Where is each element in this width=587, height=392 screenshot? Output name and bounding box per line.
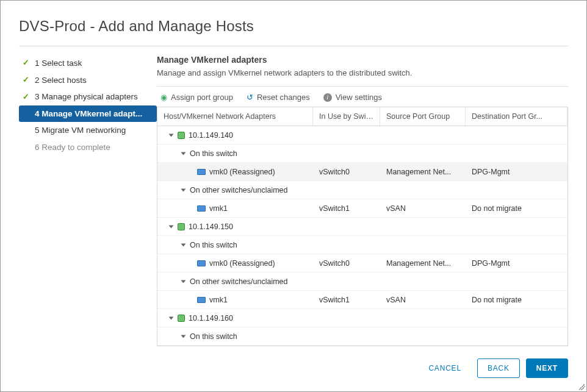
wizard-steps: ✓1 Select task✓2 Select hosts✓3 Manage p…	[19, 55, 157, 346]
footer-buttons: CANCEL BACK NEXT	[419, 358, 568, 378]
cell-c2	[313, 132, 380, 139]
expand-icon[interactable]	[169, 317, 174, 320]
expand-icon[interactable]	[181, 335, 186, 338]
cell-name: On this switch	[157, 237, 313, 253]
cell-c3: Management Net...	[380, 255, 466, 271]
host-row[interactable]: 10.1.149.160	[157, 309, 567, 327]
cell-c3	[380, 278, 466, 285]
col-dest-pg[interactable]: Destination Port Gr...	[466, 107, 567, 126]
adapter-row[interactable]: vmk0 (Reassigned)vSwitch0Management Net.…	[157, 163, 567, 181]
cell-c3	[380, 132, 466, 139]
step-label: 5 Migrate VM networking	[35, 124, 126, 137]
step-label: 3 Manage physical adapters	[35, 90, 138, 104]
wizard-step-6[interactable]: 6 Ready to complete	[19, 139, 157, 156]
group-row[interactable]: On other switches/unclaimed	[157, 273, 567, 291]
group-row[interactable]: On other switches/unclaimed	[157, 181, 567, 199]
cell-c3	[380, 223, 466, 230]
cell-name: vmk0 (Reassigned)	[157, 164, 313, 180]
cell-c4	[466, 315, 567, 322]
cell-c2	[313, 150, 380, 157]
reset-changes-button[interactable]: ↺ Reset changes	[247, 93, 310, 102]
cell-c2	[313, 223, 380, 230]
panel-heading: Manage VMkernel adapters	[157, 55, 568, 65]
group-row[interactable]: On this switch	[157, 144, 567, 163]
host-icon	[178, 315, 185, 322]
cell-c4	[466, 150, 567, 157]
row-label: vmk1	[209, 204, 228, 213]
assign-icon: ◉	[160, 93, 167, 102]
adapter-row[interactable]: vmk1vSwitch1vSANDo not migrate	[157, 291, 567, 309]
cell-name: 10.1.149.160	[157, 310, 313, 326]
divider	[19, 46, 568, 46]
cell-name: On other switches/unclaimed	[157, 274, 313, 290]
adapters-grid: Host/VMkernel Network Adapters In Use by…	[157, 107, 568, 346]
cancel-button[interactable]: CANCEL	[419, 358, 470, 378]
row-label: 10.1.149.160	[189, 314, 233, 323]
col-in-use[interactable]: In Use by Switch	[313, 107, 380, 126]
cell-c2: vSwitch1	[313, 292, 380, 308]
cell-c3	[380, 333, 466, 340]
adapter-row[interactable]: vmk1vSwitch1vSANDo not migrate	[157, 199, 567, 218]
host-row[interactable]: 10.1.149.140	[157, 126, 567, 144]
cell-c4	[466, 241, 567, 249]
info-icon: i	[323, 93, 332, 102]
row-label: On this switch	[190, 149, 237, 158]
step-label: 6 Ready to complete	[35, 141, 110, 154]
expand-icon[interactable]	[169, 226, 174, 229]
cell-c2: vSwitch1	[313, 201, 380, 216]
cell-c4	[466, 333, 567, 340]
col-source-pg[interactable]: Source Port Group	[380, 107, 466, 126]
cell-name: On other switches/unclaimed	[157, 182, 313, 198]
row-label: vmk0 (Reassigned)	[209, 259, 275, 268]
reset-label: Reset changes	[257, 93, 310, 102]
expand-icon[interactable]	[181, 189, 186, 192]
expand-icon[interactable]	[169, 134, 174, 137]
cell-name: 10.1.149.150	[157, 219, 313, 235]
col-adapters[interactable]: Host/VMkernel Network Adapters	[157, 107, 313, 126]
cell-c2: vSwitch0	[313, 255, 380, 271]
checkmark-icon: ✓	[23, 57, 31, 69]
row-label: 10.1.149.140	[189, 131, 233, 140]
cell-name: vmk1	[157, 292, 313, 308]
view-settings-button[interactable]: i View settings	[323, 93, 382, 102]
panel-subtitle: Manage and assign VMkernel network adapt…	[157, 68, 568, 77]
cell-c4: DPG-Mgmt	[466, 255, 567, 271]
resize-handle-icon[interactable]	[579, 384, 585, 390]
wizard-step-3[interactable]: ✓3 Manage physical adapters	[19, 88, 157, 105]
view-label: View settings	[336, 93, 382, 102]
next-button[interactable]: NEXT	[526, 358, 568, 378]
cell-c4	[466, 278, 567, 285]
cell-c3	[380, 315, 466, 322]
assign-label: Assign port group	[171, 93, 233, 102]
row-label: On this switch	[190, 241, 237, 249]
dialog-title: DVS-Prod - Add and Manage Hosts	[19, 18, 568, 35]
wizard-step-1[interactable]: ✓1 Select task	[19, 55, 157, 72]
divider	[157, 86, 568, 87]
grid-header: Host/VMkernel Network Adapters In Use by…	[157, 107, 567, 126]
wizard-step-4[interactable]: 4 Manage VMkernel adapt...	[19, 105, 157, 123]
grid-body[interactable]: 10.1.149.140On this switchvmk0 (Reassign…	[157, 126, 567, 346]
row-label: On this switch	[190, 332, 237, 341]
step-label: 2 Select hosts	[35, 74, 87, 87]
group-row[interactable]: On this switch	[157, 327, 567, 346]
step-label: 4 Manage VMkernel adapt...	[35, 107, 142, 121]
cell-name: vmk0 (Reassigned)	[157, 255, 313, 271]
cell-c3	[380, 150, 466, 157]
cell-c3: Management Net...	[380, 164, 466, 180]
back-button[interactable]: BACK	[477, 358, 520, 378]
host-row[interactable]: 10.1.149.150	[157, 218, 567, 236]
expand-icon[interactable]	[181, 280, 186, 283]
wizard-step-2[interactable]: ✓2 Select hosts	[19, 72, 157, 89]
wizard-step-5[interactable]: 5 Migrate VM networking	[19, 122, 157, 139]
row-label: 10.1.149.150	[189, 223, 233, 231]
cell-c3: vSAN	[380, 292, 466, 308]
expand-icon[interactable]	[181, 244, 186, 247]
group-row[interactable]: On this switch	[157, 236, 567, 254]
cell-c4	[466, 132, 567, 139]
assign-port-group-button[interactable]: ◉ Assign port group	[160, 93, 233, 102]
expand-icon[interactable]	[181, 152, 186, 155]
host-icon	[178, 132, 185, 139]
cell-c4	[466, 223, 567, 230]
adapter-row[interactable]: vmk0 (Reassigned)vSwitch0Management Net.…	[157, 254, 567, 273]
checkmark-icon: ✓	[23, 74, 31, 87]
